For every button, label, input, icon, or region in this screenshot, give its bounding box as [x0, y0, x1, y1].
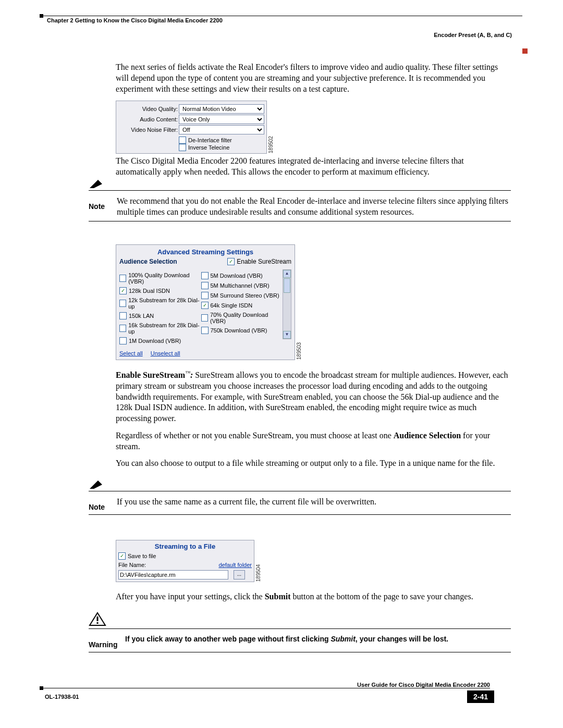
inverse-telecine-checkbox[interactable] — [179, 144, 186, 151]
figure-video-audio-settings: Video Quality: Normal Motion Video Audio… — [116, 101, 267, 154]
audience-checkbox[interactable] — [119, 287, 127, 294]
audio-content-label: Audio Content: — [118, 116, 179, 122]
note-label: Note — [89, 503, 109, 511]
audience-checkbox[interactable] — [119, 325, 126, 332]
video-quality-select[interactable]: Normal Motion Video — [179, 104, 264, 114]
audience-option: 750k Download (VBR) — [201, 327, 283, 334]
audience-option: 100% Quality Download (VBR) — [119, 272, 201, 285]
header-accent-square — [522, 48, 528, 54]
save-to-file-checkbox[interactable] — [118, 552, 126, 560]
audience-option: 16k Substream for 28k Dial-up — [119, 322, 201, 335]
file-name-label: File Name: — [118, 562, 146, 568]
chapter-header: Chapter 2 Getting to Know the Cisco Digi… — [47, 17, 527, 23]
scroll-down-icon[interactable]: ▼ — [283, 331, 291, 339]
scrollbar[interactable]: ▲ ▼ — [283, 269, 291, 339]
surestream-lead: Enable SureStream — [116, 371, 185, 379]
default-folder-link[interactable]: default folder — [218, 562, 252, 568]
audience-label: 64k Single ISDN — [211, 302, 253, 309]
audience-selection-label: Audience Selection — [119, 258, 177, 265]
audience-label: 100% Quality Download (VBR) — [128, 272, 201, 285]
audience-checkbox[interactable] — [119, 337, 127, 344]
audio-content-select[interactable]: Voice Only — [179, 115, 264, 124]
trademark-symbol: ™ — [185, 370, 190, 376]
noise-filter-select[interactable]: Off — [179, 125, 264, 134]
file-path-input[interactable] — [118, 570, 228, 579]
inverse-telecine-label: Inverse Telecine — [188, 144, 229, 151]
audience-selection-bold: Audience Selection — [394, 431, 461, 440]
browse-button[interactable]: ... — [234, 570, 245, 579]
figure-id: 189504 — [255, 564, 261, 582]
audience-label: 16k Substream for 28k Dial-up — [128, 322, 201, 335]
submit-bold: Submit — [265, 592, 291, 601]
figure-id: 189503 — [296, 342, 302, 359]
warning-text: If you click away to another web page wi… — [118, 634, 511, 644]
save-to-file-label: Save to file — [128, 553, 156, 559]
audience-label: 150k LAN — [129, 313, 154, 319]
warning-text-part: If you click away to another web page wi… — [125, 635, 331, 643]
paragraph-text: button at the bottom of the page to save… — [291, 592, 473, 601]
note-label: Note — [89, 202, 109, 211]
figure-id: 189502 — [268, 136, 274, 153]
enable-surestream-checkbox[interactable] — [227, 258, 235, 265]
enable-surestream-label: Enable SureStream — [237, 258, 291, 265]
body-paragraph: The next series of fields activate the R… — [116, 62, 511, 94]
body-paragraph: After you have input your settings, clic… — [116, 591, 511, 602]
footer-guide-title: User Guide for Cisco Digital Media Encod… — [36, 682, 490, 688]
paragraph-text: After you have input your settings, clic… — [116, 592, 265, 601]
body-paragraph: The Cisco Digital Media Encoder 2200 fea… — [116, 156, 511, 178]
audience-checkbox[interactable] — [201, 327, 209, 334]
warning-icon — [89, 612, 107, 628]
figure-advanced-streaming: Advanced Streaming Settings Audience Sel… — [116, 244, 295, 360]
warning-text-part: , your changes will be lost. — [356, 635, 448, 643]
audience-checkbox[interactable] — [201, 314, 209, 322]
scroll-thumb[interactable] — [284, 278, 290, 293]
audience-option: 64k Single ISDN — [201, 302, 283, 309]
warning-submit-italic: Submit — [331, 635, 355, 643]
footer-rule-square — [40, 686, 43, 690]
figure-title: Advanced Streaming Settings — [119, 248, 291, 256]
noise-filter-label: Video Noise Filter: — [118, 127, 179, 133]
audience-label: 750k Download (VBR) — [211, 327, 267, 334]
audience-label: 12k Substream for 28k Dial-up — [128, 297, 201, 310]
audience-label: 5M Download (VBR) — [211, 273, 263, 279]
svg-rect-1 — [97, 622, 99, 624]
audience-option: 5M Multichannel (VBR) — [201, 282, 283, 289]
audience-option: 12k Substream for 28k Dial-up — [119, 297, 201, 310]
audience-checkbox[interactable] — [201, 302, 209, 309]
audience-checkbox[interactable] — [119, 300, 126, 307]
audience-checkbox[interactable] — [201, 292, 209, 299]
svg-rect-0 — [97, 616, 99, 621]
page-number: 2-41 — [467, 690, 494, 703]
audience-option: 128k Dual ISDN — [119, 287, 201, 294]
video-quality-label: Video Quality: — [118, 106, 179, 112]
audience-option: 1M Download (VBR) — [119, 337, 201, 344]
body-paragraph: Regardless of whether or not you enable … — [116, 430, 511, 452]
note-icon — [89, 178, 103, 190]
unselect-all-link[interactable]: Unselect all — [151, 350, 180, 356]
header-rule-square — [40, 14, 43, 18]
figure-streaming-to-file: Streaming to a File Save to file File Na… — [116, 540, 254, 582]
note-text: We recommend that you do not enable the … — [109, 196, 511, 218]
scroll-up-icon[interactable]: ▲ — [283, 270, 291, 278]
note-text: If you use the same name as a current fi… — [109, 497, 511, 508]
deinterlace-checkbox[interactable] — [179, 137, 186, 144]
figure-title: Streaming to a File — [118, 542, 252, 550]
audience-checkbox[interactable] — [119, 312, 127, 319]
audience-option: 150k LAN — [119, 312, 201, 319]
audience-checkbox[interactable] — [201, 272, 209, 279]
note-icon — [89, 478, 103, 491]
warning-label: Warning — [89, 640, 118, 649]
audience-option: 5M Download (VBR) — [201, 272, 283, 279]
audience-checkbox[interactable] — [119, 275, 126, 282]
audience-label: 70% Quality Download (VBR) — [210, 312, 283, 324]
audience-checkbox[interactable] — [201, 282, 209, 289]
paragraph-text: Regardless of whether or not you enable … — [116, 431, 394, 440]
footer-doc-number: OL-17938-01 — [45, 694, 79, 700]
deinterlace-label: De-Interlace filter — [188, 137, 232, 143]
select-all-link[interactable]: Select all — [119, 350, 143, 356]
audience-option: 5M Surround Stereo (VBR) — [201, 292, 283, 299]
audience-label: 1M Download (VBR) — [129, 338, 181, 344]
audience-option: 70% Quality Download (VBR) — [201, 312, 283, 324]
audience-label: 5M Multichannel (VBR) — [211, 282, 270, 289]
section-header: Encoder Preset (A, B, and C) — [36, 32, 512, 38]
